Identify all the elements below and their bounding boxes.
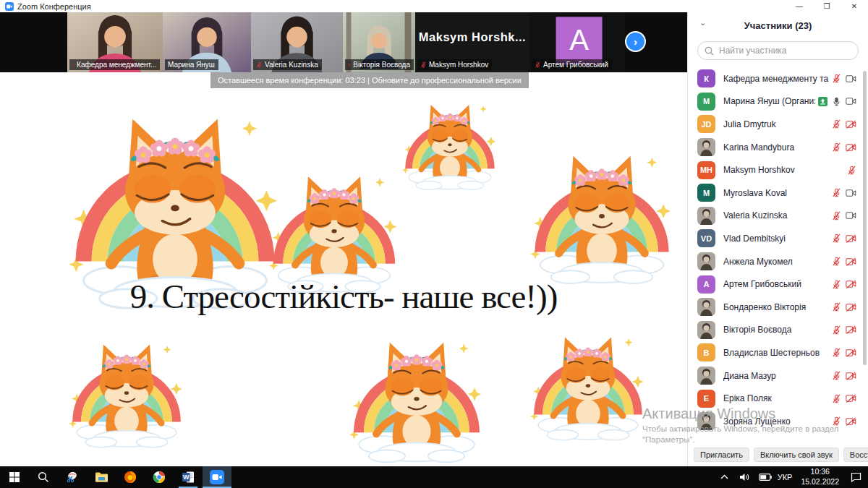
close-button[interactable]: ✕ (841, 0, 868, 12)
tile-name-label: Maksym Horshkov (417, 59, 492, 70)
meeting-time-banner[interactable]: Оставшееся время конференции: 03:23 | Об… (210, 72, 529, 88)
video-tile[interactable]: Valeria Kuzinska (251, 12, 343, 72)
participant-row[interactable]: Анжела Мукомел (688, 250, 862, 273)
participant-row[interactable]: ЕЕріка Поляк (688, 387, 862, 410)
word-button[interactable]: W (174, 466, 203, 488)
camera-on-icon (846, 211, 856, 220)
participant-avatar: В (697, 343, 715, 361)
tile-name-label: Кафедра менеджмент... (69, 59, 160, 70)
camera-off-icon (846, 303, 856, 312)
slide-title: 9. Стресостійкість- наше все!)) (0, 277, 687, 316)
mic-muted-icon (832, 394, 841, 403)
participant-row[interactable]: Диана Мазур (688, 364, 862, 388)
participant-name: Julia Dmytruk (723, 119, 829, 129)
video-tile[interactable]: Кафедра менеджмент... (67, 12, 163, 72)
tile-name-label: Марина Януш (165, 59, 218, 70)
participant-photo (697, 298, 715, 316)
action-center-icon[interactable] (848, 472, 864, 482)
zoom-taskbar-button[interactable] (203, 466, 231, 488)
participant-row[interactable]: ААртем Грибовський (688, 273, 862, 296)
video-tile[interactable]: Maksym Horshk... Maksym Horshkov (415, 12, 529, 72)
participant-avatar (697, 207, 715, 225)
screen-share-badge (818, 97, 827, 106)
participant-row[interactable]: Бондаренко Вікторія (688, 296, 862, 319)
participant-row[interactable]: Valeria Kuzinska (688, 205, 862, 228)
chrome-icon (153, 471, 166, 484)
participant-avatar: MH (697, 161, 715, 179)
maximize-button[interactable]: ❐ (813, 0, 841, 12)
participant-row[interactable]: ММарина Януш (Организатор) (688, 90, 862, 114)
camera-off-icon (846, 348, 856, 357)
participant-name: Анжела Мукомел (723, 257, 829, 267)
participant-name: Maksym Horshkov (723, 165, 844, 175)
zoom-app-icon (5, 2, 14, 11)
mic-muted-icon (832, 234, 841, 243)
participant-status-icons (832, 142, 856, 152)
participant-name: Karina Mandybura (723, 142, 829, 153)
file-explorer-button[interactable] (87, 466, 116, 488)
taskbar: W УКР 10:36 15.02.2022 (0, 466, 868, 488)
tray-chevron-icon[interactable] (717, 474, 733, 480)
speaker-icon[interactable] (737, 473, 753, 481)
participant-status-icons (832, 416, 856, 426)
participant-avatar: М (697, 184, 715, 202)
video-tile[interactable]: Марина Януш (163, 12, 251, 72)
participant-row[interactable]: ККафедра менеджменту та ад... (Я) (688, 67, 862, 90)
participant-row[interactable]: JDJulia Dmytruk (688, 113, 862, 136)
video-tile[interactable]: A Артем Грибовський (529, 12, 625, 72)
participant-avatar: К (697, 69, 715, 87)
mic-muted-icon (847, 166, 856, 175)
chevron-down-icon[interactable]: ⌄ (699, 18, 706, 27)
participant-name: Бондаренко Вікторія (723, 302, 829, 312)
participant-status-icons (832, 302, 856, 312)
camera-on-icon (846, 74, 856, 83)
participant-status-icons (832, 280, 856, 289)
snipping-tool-button[interactable] (58, 466, 87, 488)
restore-status-button[interactable]: Восстановить стату (843, 448, 868, 462)
participant-row[interactable]: Зоряна Лущенко (688, 410, 862, 433)
participants-panel: ⌄ Участники (23) ККафедра менеджменту та… (687, 12, 868, 466)
participants-title: Участники (23) (744, 20, 812, 31)
participant-photo (697, 252, 715, 270)
shared-screen-area: Оставшееся время конференции: 03:23 | Об… (0, 72, 687, 466)
participant-row[interactable]: VDVlad Dembitskyi (688, 227, 862, 250)
participant-row[interactable]: Вікторія Воєвода (688, 319, 862, 342)
participant-avatar (697, 138, 715, 156)
participant-row[interactable]: Karina Mandybura (688, 136, 862, 159)
mic-muted-icon (72, 61, 75, 68)
participant-row[interactable]: ВВладислав Шестерньов (688, 341, 862, 364)
participant-row[interactable]: МMyroslava Koval (688, 181, 862, 205)
tile-name-label: Артем Грибовський (532, 59, 612, 70)
mic-muted-icon (832, 211, 841, 221)
start-button[interactable] (0, 466, 29, 488)
mic-muted-icon (832, 371, 841, 380)
minimize-button[interactable]: — (786, 0, 813, 12)
participant-name: Vlad Dembitskyi (723, 234, 829, 244)
invite-button[interactable]: Пригласить (694, 448, 749, 462)
participant-row[interactable]: MHMaksym Horshkov (688, 158, 862, 181)
firefox-button[interactable] (116, 466, 145, 488)
unmute-button[interactable]: Включить свой звук (754, 448, 839, 462)
participant-photo (697, 412, 715, 430)
search-participant-input[interactable] (697, 41, 859, 60)
next-videos-button[interactable]: › (625, 31, 646, 52)
video-tile[interactable]: Вікторія Воєвода (343, 12, 415, 72)
participant-photo (697, 207, 715, 225)
taskbar-search-button[interactable] (29, 466, 58, 488)
fox-rainbow-illustrations (0, 72, 687, 466)
battery-icon[interactable] (757, 474, 773, 481)
participant-name: Вікторія Воєвода (723, 325, 829, 335)
clock[interactable]: 10:36 15.02.2022 (796, 467, 843, 487)
chrome-button[interactable] (145, 466, 174, 488)
camera-on-icon (846, 189, 856, 197)
camera-off-icon (846, 234, 856, 243)
svg-text:W: W (183, 474, 190, 481)
mic-muted-icon (832, 348, 841, 357)
search-icon (38, 471, 49, 483)
participant-avatar: JD (697, 115, 715, 133)
mic-muted-icon (420, 61, 427, 68)
participant-status-icons (847, 166, 856, 175)
tile-name-label: Вікторія Воєвода (345, 59, 414, 70)
participants-scrollbar[interactable] (863, 71, 867, 365)
language-indicator[interactable]: УКР (778, 473, 793, 481)
